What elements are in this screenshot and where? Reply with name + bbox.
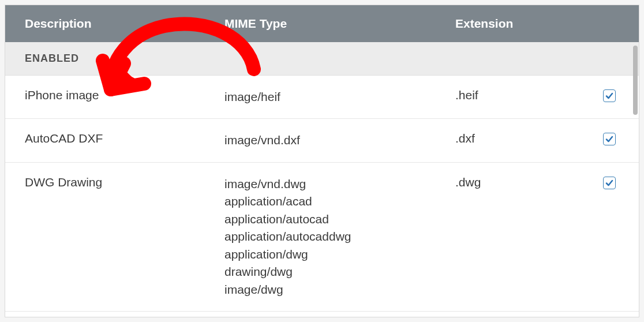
table-row: DWG Drawing image/vnd.dwg application/ac… [5,163,639,312]
row-checkbox-col [594,175,639,189]
table-row: iPhone image image/heif .heif [5,76,639,119]
row-extension: .heif [444,88,594,102]
row-extension: .dxf [444,132,594,145]
row-description: DWG Drawing [5,175,213,189]
checkmark-icon [605,91,614,100]
mime-types-table: Description MIME Type Extension ENABLED … [5,5,639,317]
checkmark-icon [605,134,614,144]
enabled-section-label: ENABLED [5,42,639,76]
row-mime: image/vnd.dxf [213,132,444,149]
row-mime: image/heif [213,88,444,106]
enable-checkbox[interactable] [603,89,616,102]
row-description: iPhone image [5,88,213,102]
enable-checkbox[interactable] [603,133,616,145]
row-extension: .dwg [444,175,594,189]
table-header: Description MIME Type Extension [5,5,639,42]
row-mime: image/vnd.dwg application/acad applicati… [213,175,444,298]
header-mime: MIME Type [213,17,444,31]
header-extension: Extension [444,17,594,31]
row-checkbox-col [594,88,639,102]
table-row: AutoCAD DXF image/vnd.dxf .dxf [5,119,639,162]
scrollbar[interactable] [633,46,638,115]
row-checkbox-col [594,132,639,145]
checkmark-icon [605,178,614,188]
header-description: Description [5,17,213,31]
row-description: AutoCAD DXF [5,132,213,145]
enable-checkbox[interactable] [603,177,616,189]
